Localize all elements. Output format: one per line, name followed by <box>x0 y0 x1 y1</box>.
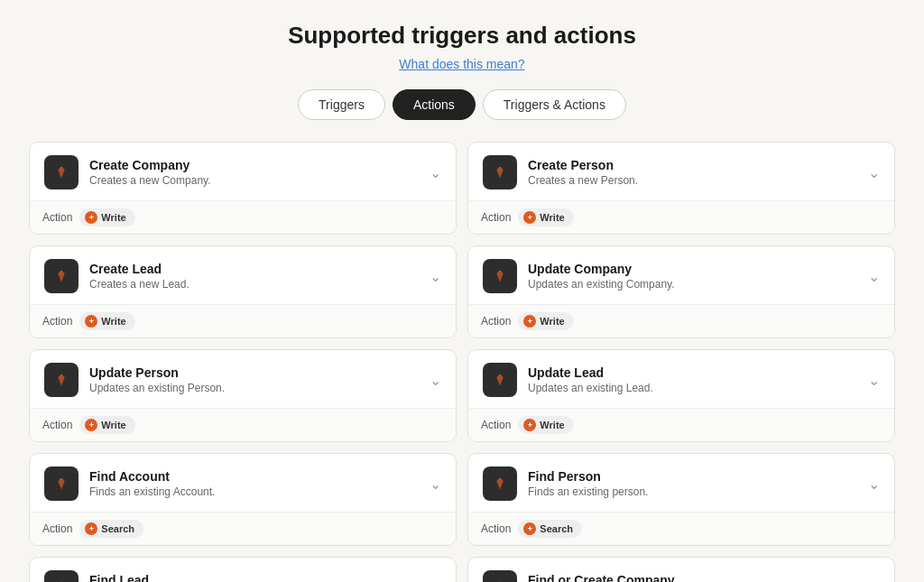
badge-icon: + <box>523 522 536 535</box>
card-header: Find or Create Company Find or Create Co… <box>468 558 894 582</box>
chevron-down-icon[interactable]: ⌄ <box>430 579 441 583</box>
page-title: Supported triggers and actions <box>288 22 636 50</box>
footer-label: Action <box>42 522 72 535</box>
chevron-down-icon[interactable]: ⌄ <box>868 372 880 389</box>
card-title: Update Company <box>528 262 854 276</box>
chevron-down-icon[interactable]: ⌄ <box>868 268 880 285</box>
card-title: Create Lead <box>89 262 415 276</box>
card-icon <box>483 570 517 582</box>
card-text: Update Company Updates an existing Compa… <box>528 262 854 291</box>
footer-label: Action <box>481 211 511 224</box>
card-footer: Action + Write <box>30 408 456 441</box>
card-update-person[interactable]: Update Person Updates an existing Person… <box>29 349 457 442</box>
card-text: Find Person Finds an existing person. <box>528 469 854 498</box>
card-desc: Updates an existing Company. <box>528 278 854 291</box>
card-desc: Finds an existing Account. <box>89 485 415 498</box>
card-text: Create Company Creates a new Company. <box>89 158 415 187</box>
badge-type: + Write <box>518 416 573 434</box>
card-text: Find Lead Finds an existing lead. <box>89 573 415 582</box>
card-footer: Action + Write <box>468 200 894 234</box>
footer-label: Action <box>481 419 511 431</box>
tab-triggers[interactable]: Triggers <box>298 89 385 120</box>
card-header: Update Person Updates an existing Person… <box>30 350 456 408</box>
card-footer: Action + Write <box>468 408 894 441</box>
card-icon <box>483 467 517 501</box>
card-update-lead[interactable]: Update Lead Updates an existing Lead. ⌄ … <box>467 349 895 442</box>
card-find-person[interactable]: Find Person Finds an existing person. ⌄ … <box>467 453 895 546</box>
badge-icon: + <box>85 522 97 535</box>
card-icon <box>44 155 79 189</box>
footer-label: Action <box>42 211 72 224</box>
card-find-or-create-company[interactable]: Find or Create Company Find or Create Co… <box>467 557 895 582</box>
card-title: Create Company <box>89 158 415 172</box>
card-title: Update Lead <box>528 365 854 380</box>
badge-type: + Write <box>79 312 134 330</box>
card-title: Update Person <box>89 365 415 380</box>
card-title: Create Person <box>528 158 854 172</box>
card-create-company[interactable]: Create Company Creates a new Company. ⌄ … <box>29 142 457 235</box>
card-header: Create Person Creates a new Person. ⌄ <box>468 143 894 200</box>
card-footer: Action + Write <box>468 304 894 337</box>
badge-type: + Write <box>518 312 573 330</box>
badge-type: + Search <box>518 520 582 538</box>
card-icon <box>483 155 517 189</box>
card-title: Find Account <box>89 469 415 484</box>
card-footer: Action + Search <box>30 512 456 545</box>
card-desc: Creates a new Lead. <box>89 278 415 291</box>
badge-type: + Write <box>79 208 134 226</box>
card-desc: Finds an existing person. <box>528 485 854 498</box>
card-find-lead[interactable]: Find Lead Finds an existing lead. ⌄ Acti… <box>29 557 457 582</box>
card-header: Find Account Finds an existing Account. … <box>30 454 456 512</box>
card-create-person[interactable]: Create Person Creates a new Person. ⌄ Ac… <box>467 142 895 235</box>
card-text: Create Lead Creates a new Lead. <box>89 262 415 291</box>
card-footer: Action + Search <box>468 512 894 545</box>
card-text: Create Person Creates a new Person. <box>528 158 854 187</box>
card-title: Find Person <box>528 469 854 484</box>
card-text: Update Person Updates an existing Person… <box>89 365 415 394</box>
chevron-down-icon[interactable]: ⌄ <box>430 476 441 493</box>
card-desc: Updates an existing Lead. <box>528 382 854 394</box>
footer-label: Action <box>481 315 511 328</box>
tab-triggers-actions[interactable]: Triggers & Actions <box>483 89 626 120</box>
card-text: Find Account Finds an existing Account. <box>89 469 415 498</box>
chevron-down-icon[interactable]: ⌄ <box>868 476 880 493</box>
badge-icon: + <box>523 211 536 224</box>
card-header: Update Company Updates an existing Compa… <box>468 246 894 304</box>
chevron-down-icon[interactable]: ⌄ <box>868 164 880 181</box>
badge-icon: + <box>523 419 536 431</box>
card-title: Find or Create Company <box>528 573 854 582</box>
card-header: Update Lead Updates an existing Lead. ⌄ <box>468 350 894 408</box>
card-icon <box>44 570 79 582</box>
badge-icon: + <box>85 211 97 224</box>
card-text: Find or Create Company Find or Create Co… <box>528 573 854 582</box>
tab-actions[interactable]: Actions <box>393 89 476 120</box>
card-icon <box>483 363 517 397</box>
card-find-account[interactable]: Find Account Finds an existing Account. … <box>29 453 457 546</box>
badge-type: + Search <box>79 520 143 538</box>
chevron-down-icon[interactable]: ⌄ <box>430 268 441 285</box>
badge-type: + Write <box>79 416 134 434</box>
card-create-lead[interactable]: Create Lead Creates a new Lead. ⌄ Action… <box>29 245 457 338</box>
card-desc: Creates a new Company. <box>89 174 415 187</box>
badge-icon: + <box>523 315 536 328</box>
chevron-down-icon[interactable]: ⌄ <box>430 372 441 389</box>
chevron-down-icon[interactable]: ⌄ <box>868 579 880 583</box>
badge-icon: + <box>85 419 97 431</box>
card-header: Find Lead Finds an existing lead. ⌄ <box>30 558 456 582</box>
card-text: Update Lead Updates an existing Lead. <box>528 365 854 394</box>
badge-type: + Write <box>518 208 573 226</box>
cards-grid: Create Company Creates a new Company. ⌄ … <box>29 142 895 582</box>
card-icon <box>44 363 79 397</box>
card-update-company[interactable]: Update Company Updates an existing Compa… <box>467 245 895 338</box>
card-header: Find Person Finds an existing person. ⌄ <box>468 454 894 512</box>
tab-group: Triggers Actions Triggers & Actions <box>298 89 626 120</box>
card-footer: Action + Write <box>30 200 456 234</box>
footer-label: Action <box>42 419 72 431</box>
card-title: Find Lead <box>89 573 415 582</box>
card-icon <box>483 259 517 293</box>
card-desc: Updates an existing Person. <box>89 382 415 394</box>
chevron-down-icon[interactable]: ⌄ <box>430 164 441 181</box>
card-icon <box>44 467 79 501</box>
card-desc: Creates a new Person. <box>528 174 854 187</box>
what-does-this-mean-link[interactable]: What does this mean? <box>399 57 524 71</box>
